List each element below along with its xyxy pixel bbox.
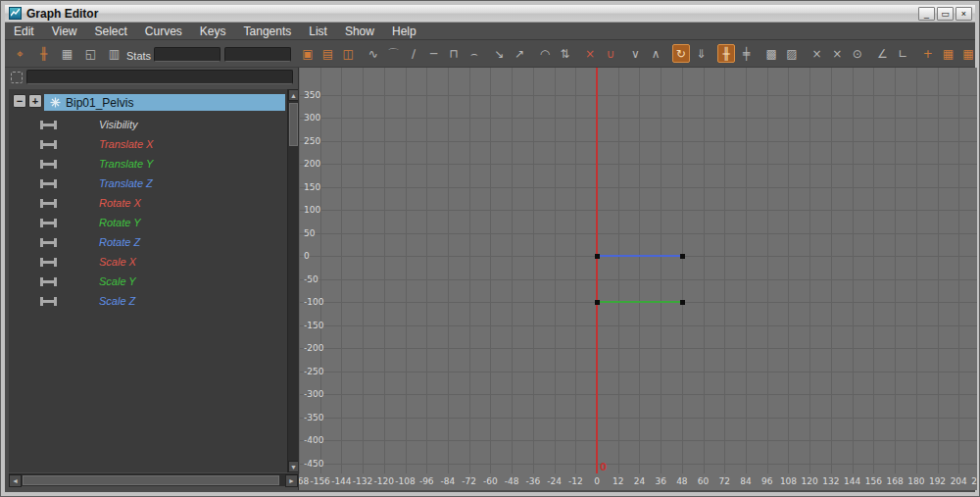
x-tick-label: 0 (594, 476, 600, 486)
channel-row-scale-z[interactable]: Scale Z (9, 291, 275, 311)
auto-load-graph-icon: ↻ (676, 48, 686, 60)
channel-label: Rotate Z (99, 236, 140, 248)
menu-edit[interactable]: Edit (5, 24, 43, 39)
titlebar[interactable]: Graph Editor _ ▭ × (5, 5, 975, 23)
x-tick-label: 24 (634, 476, 645, 486)
menu-tangents[interactable]: Tangents (235, 24, 301, 39)
retime-tool-icon: ▥ (109, 48, 120, 60)
current-time-indicator[interactable] (596, 68, 598, 473)
menu-curves[interactable]: Curves (136, 24, 191, 39)
menu-help[interactable]: Help (383, 24, 425, 39)
menu-show[interactable]: Show (336, 24, 383, 39)
x-tick-label: 132 (822, 476, 839, 486)
close-button[interactable]: × (956, 7, 972, 21)
collapse-all-button[interactable]: − (13, 94, 26, 108)
channel-row-rotate-y[interactable]: Rotate Y (9, 213, 275, 232)
keyframe-channel-icon (40, 277, 57, 286)
channel-row-translate-x[interactable]: Translate X (9, 134, 275, 154)
x-tick-label: 96 (761, 476, 772, 486)
scroll-left-icon[interactable]: ◄ (9, 474, 22, 487)
auto-load-graph-button[interactable]: ↻ (672, 44, 690, 63)
channel-row-translate-z[interactable]: Translate Z (9, 174, 275, 193)
free-tangent-weight-button[interactable]: ∨ (627, 44, 645, 63)
channel-row-visibility[interactable]: Visibility (9, 115, 275, 134)
value-snap-button[interactable]: ╪ (738, 44, 756, 63)
trax-editor-button[interactable]: ▦ (959, 44, 977, 63)
expand-all-button[interactable]: + (28, 94, 42, 108)
insert-keys-tool-button[interactable]: ╫ (34, 44, 53, 63)
gridline (809, 68, 810, 473)
stats-value-field[interactable] (224, 47, 291, 62)
time-snap-button[interactable]: ╫ (717, 44, 735, 63)
x-tick-label: -24 (547, 476, 562, 486)
break-tangents-button[interactable]: × (581, 44, 599, 63)
lock-tangent-weight-icon: ∧ (652, 48, 661, 60)
dope-sheet-button[interactable]: ▦ (940, 44, 957, 63)
channel-row-scale-y[interactable]: Scale Y (9, 272, 275, 291)
graph-area[interactable]: -168-156-144-132-120-108-96-84-72-60-48-… (298, 68, 977, 490)
step-tangents-button[interactable]: ⊓ (445, 44, 463, 63)
untemplate-channel-button[interactable]: ▨ (783, 44, 801, 63)
load-graphed-objects-button[interactable]: ⇓ (693, 44, 710, 63)
key-point[interactable] (595, 254, 600, 259)
vertical-scroll-thumb[interactable] (289, 103, 298, 146)
flat-tangents-button[interactable]: ─ (425, 44, 443, 63)
menu-view[interactable]: View (43, 24, 86, 39)
key-point[interactable] (680, 254, 685, 259)
absolute-view-button[interactable]: ▣ (299, 44, 317, 63)
buffer-curve-snapshot-button[interactable]: ◠ (536, 44, 554, 63)
default-in-tangent-button[interactable]: ↘ (491, 44, 509, 63)
key-point[interactable] (680, 300, 685, 305)
menu-list[interactable]: List (300, 24, 336, 39)
swap-buffer-curves-button[interactable]: ⇅ (557, 44, 574, 63)
y-tick-label: 0 (304, 251, 310, 261)
gridline (469, 68, 470, 473)
tangent-angle-button[interactable]: ∟ (894, 44, 911, 63)
x-tick-label: -48 (505, 476, 519, 486)
outliner-filter-field[interactable] (26, 70, 293, 84)
stacked-view-button[interactable]: ▤ (319, 44, 337, 63)
isolate-curve-button[interactable]: ⊙ (849, 44, 866, 63)
spline-tangents-button[interactable]: ∿ (365, 44, 382, 63)
region-keys-tool-button[interactable]: ◱ (81, 44, 100, 63)
blue-curve[interactable] (597, 255, 682, 257)
normalized-view-button[interactable]: ◫ (339, 44, 357, 63)
free-tangent-weight-icon: ∨ (631, 48, 640, 60)
gridline (512, 68, 513, 473)
linear-tangents-button[interactable]: ∕ (405, 44, 422, 63)
channel-row-translate-y[interactable]: Translate Y (9, 154, 275, 174)
green-curve[interactable] (597, 301, 682, 303)
stats-time-field[interactable] (154, 47, 220, 62)
outliner-vertical-scrollbar[interactable]: ▲ ▼ (287, 89, 298, 472)
plateau-tangents-button[interactable]: ⌢ (466, 44, 483, 63)
outliner-horizontal-scrollbar[interactable]: ◄ ► (9, 473, 298, 486)
filter-icon[interactable] (11, 72, 23, 83)
lattice-deform-keys-tool-button[interactable]: ▦ (58, 44, 76, 63)
move-nearest-picked-key-tool-button[interactable]: ⌖ (11, 44, 29, 63)
gridline (724, 68, 725, 473)
clamped-tangents-button[interactable]: ⌒ (385, 44, 403, 63)
scroll-right-icon[interactable]: ► (285, 474, 298, 487)
maximize-button[interactable]: ▭ (937, 7, 954, 21)
retime-tool-button[interactable]: ▥ (105, 44, 123, 63)
minimize-button[interactable]: _ (918, 7, 935, 21)
unmute-channel-button[interactable]: × (828, 44, 846, 63)
unify-tangents-button[interactable]: ∪ (602, 44, 619, 63)
move-key-tool-button[interactable]: + (919, 44, 937, 63)
channel-row-rotate-z[interactable]: Rotate Z (9, 232, 275, 252)
open-tangent-angle-button[interactable]: ∠ (874, 44, 892, 63)
key-point[interactable] (595, 300, 600, 305)
x-tick-label: 192 (929, 476, 946, 486)
menu-select[interactable]: Select (85, 24, 135, 39)
menu-keys[interactable]: Keys (191, 24, 235, 39)
template-channel-button[interactable]: ▩ (762, 44, 780, 63)
mute-channel-button[interactable]: × (808, 44, 826, 63)
selected-node-row[interactable]: Bip01_Pelvis (44, 94, 285, 111)
default-in-tangent-icon: ↘ (495, 48, 505, 60)
channel-row-scale-x[interactable]: Scale X (9, 252, 275, 272)
horizontal-scroll-thumb[interactable] (23, 475, 279, 485)
channel-row-rotate-x[interactable]: Rotate X (9, 193, 275, 213)
keyframe-channel-icon (40, 140, 57, 149)
lock-tangent-weight-button[interactable]: ∧ (647, 44, 664, 63)
default-out-tangent-button[interactable]: ↗ (511, 44, 528, 63)
